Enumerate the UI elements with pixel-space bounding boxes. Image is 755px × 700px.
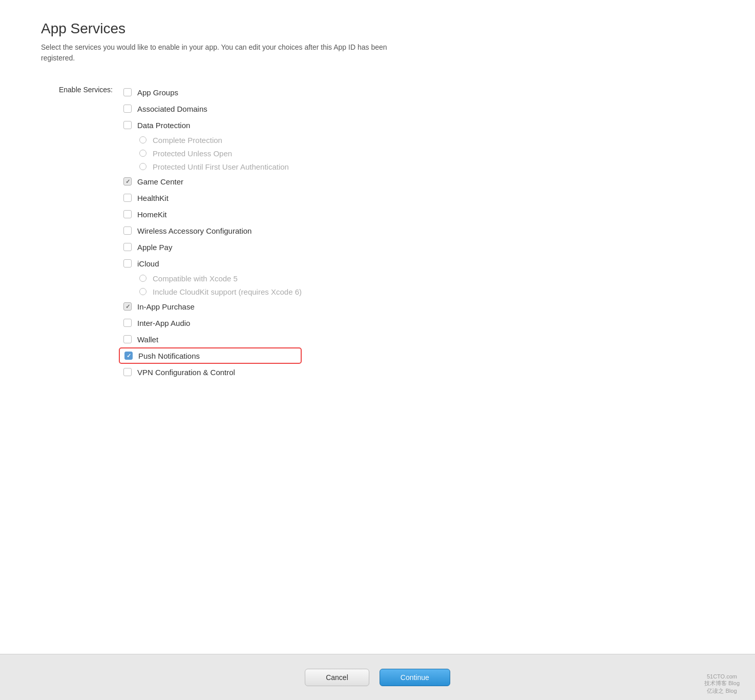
service-item-wallet[interactable]: Wallet bbox=[123, 331, 302, 347]
radio-include-cloudkit[interactable] bbox=[138, 287, 148, 296]
enable-services-label: Enable Services: bbox=[41, 84, 123, 94]
checkbox-wireless-accessory[interactable] bbox=[123, 226, 132, 235]
service-label-wireless-accessory: Wireless Accessory Configuration bbox=[137, 227, 251, 235]
page-title: App Services bbox=[41, 20, 714, 37]
checkbox-healthkit[interactable] bbox=[123, 193, 132, 202]
checkbox-icloud[interactable] bbox=[123, 259, 132, 268]
service-item-protected-unless-open[interactable]: Protected Unless Open bbox=[123, 147, 302, 160]
service-label-in-app-purchase: In-App Purchase bbox=[137, 302, 195, 311]
service-item-icloud[interactable]: iCloud bbox=[123, 255, 302, 272]
checkbox-homekit[interactable] bbox=[123, 210, 132, 219]
service-label-wallet: Wallet bbox=[137, 335, 158, 344]
main-content: App Services Select the services you wou… bbox=[0, 0, 755, 654]
service-item-include-cloudkit[interactable]: Include CloudKit support (requires Xcode… bbox=[123, 285, 302, 298]
checkbox-data-protection[interactable] bbox=[123, 120, 132, 130]
service-item-compatible-xcode5[interactable]: Compatible with Xcode 5 bbox=[123, 272, 302, 285]
checkbox-push-notifications[interactable] bbox=[124, 351, 133, 360]
service-item-push-notifications[interactable]: Push Notifications bbox=[119, 347, 302, 364]
service-item-inter-app-audio[interactable]: Inter-App Audio bbox=[123, 315, 302, 331]
service-item-apple-pay[interactable]: Apple Pay bbox=[123, 239, 302, 255]
service-label-push-notifications: Push Notifications bbox=[138, 352, 200, 360]
watermark: 51CTO.com 技术博客 Blog 亿读之 Blog bbox=[704, 673, 740, 695]
service-item-protected-until-auth[interactable]: Protected Until First User Authenticatio… bbox=[123, 160, 302, 173]
cancel-button[interactable]: Cancel bbox=[305, 669, 369, 686]
service-item-in-app-purchase[interactable]: In-App Purchase bbox=[123, 298, 302, 315]
service-label-include-cloudkit: Include CloudKit support (requires Xcode… bbox=[153, 287, 302, 296]
service-label-healthkit: HealthKit bbox=[137, 194, 169, 202]
service-label-associated-domains: Associated Domains bbox=[137, 105, 207, 113]
service-label-protected-unless-open: Protected Unless Open bbox=[153, 149, 232, 158]
checkbox-in-app-purchase[interactable] bbox=[123, 302, 132, 311]
service-item-associated-domains[interactable]: Associated Domains bbox=[123, 100, 302, 117]
service-label-inter-app-audio: Inter-App Audio bbox=[137, 319, 190, 327]
service-label-apple-pay: Apple Pay bbox=[137, 243, 172, 252]
service-label-vpn-configuration: VPN Configuration & Control bbox=[137, 368, 235, 377]
service-label-icloud: iCloud bbox=[137, 259, 159, 268]
service-label-compatible-xcode5: Compatible with Xcode 5 bbox=[153, 274, 238, 283]
services-section: Enable Services: App GroupsAssociated Do… bbox=[41, 84, 714, 380]
checkbox-app-groups[interactable] bbox=[123, 88, 132, 97]
service-item-complete-protection[interactable]: Complete Protection bbox=[123, 133, 302, 147]
service-label-complete-protection: Complete Protection bbox=[153, 136, 222, 145]
checkbox-inter-app-audio[interactable] bbox=[123, 318, 132, 327]
service-item-healthkit[interactable]: HealthKit bbox=[123, 190, 302, 206]
service-item-vpn-configuration[interactable]: VPN Configuration & Control bbox=[123, 364, 302, 380]
service-item-wireless-accessory[interactable]: Wireless Accessory Configuration bbox=[123, 222, 302, 239]
service-label-protected-until-auth: Protected Until First User Authenticatio… bbox=[153, 162, 289, 171]
checkbox-associated-domains[interactable] bbox=[123, 104, 132, 113]
continue-button[interactable]: Continue bbox=[380, 669, 450, 686]
service-item-app-groups[interactable]: App Groups bbox=[123, 84, 302, 100]
checkbox-wallet[interactable] bbox=[123, 335, 132, 344]
checkbox-game-center[interactable] bbox=[123, 177, 132, 186]
checkbox-vpn-configuration[interactable] bbox=[123, 367, 132, 377]
service-item-homekit[interactable]: HomeKit bbox=[123, 206, 302, 222]
checkbox-apple-pay[interactable] bbox=[123, 242, 132, 252]
page-subtitle: Select the services you would like to en… bbox=[41, 42, 400, 64]
radio-complete-protection[interactable] bbox=[138, 135, 148, 145]
service-label-homekit: HomeKit bbox=[137, 210, 167, 219]
service-item-game-center[interactable]: Game Center bbox=[123, 173, 302, 190]
radio-compatible-xcode5[interactable] bbox=[138, 274, 148, 283]
service-item-data-protection[interactable]: Data Protection bbox=[123, 117, 302, 133]
service-label-data-protection: Data Protection bbox=[137, 121, 190, 130]
service-label-game-center: Game Center bbox=[137, 177, 183, 186]
radio-protected-unless-open[interactable] bbox=[138, 149, 148, 158]
footer: Cancel Continue 51CTO.com 技术博客 Blog 亿读之 … bbox=[0, 654, 755, 700]
service-label-app-groups: App Groups bbox=[137, 88, 178, 97]
services-list: App GroupsAssociated DomainsData Protect… bbox=[123, 84, 302, 380]
radio-protected-until-auth[interactable] bbox=[138, 162, 148, 171]
